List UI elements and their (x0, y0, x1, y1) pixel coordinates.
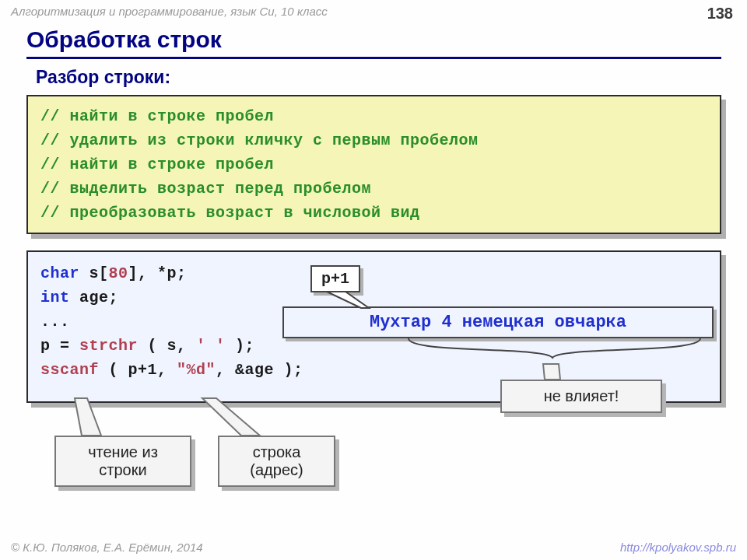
page-number: 138 (707, 5, 733, 23)
comment-line: // удалить из строки кличку с первым про… (40, 128, 707, 152)
svg-marker-3 (202, 398, 260, 436)
footer-link[interactable]: http://kpolyakov.spb.ru (620, 541, 736, 554)
comments-box: // найти в строке пробел // удалить из с… (26, 95, 721, 234)
course-header: Алгоритмизация и программирование, язык … (11, 5, 736, 18)
section-subtitle: Разбор строки: (36, 67, 170, 88)
callout-no-effect: не влияет! (500, 380, 662, 413)
title-rule (26, 57, 721, 59)
code-line: sscanf ( p+1, "%d", &age ); (40, 358, 707, 382)
copyright: © К.Ю. Поляков, Е.А. Ерёмин, 2014 (11, 541, 203, 554)
comment-line: // выделить возраст перед пробелом (40, 177, 707, 201)
annotation-p1: p+1 (310, 265, 360, 292)
annotation-example-string: Мухтар 4 немецкая овчарка (282, 306, 714, 338)
callout-read-from-string: чтение из строки (54, 436, 191, 487)
svg-marker-2 (75, 398, 101, 436)
footer: © К.Ю. Поляков, Е.А. Ерёмин, 2014 http:/… (11, 541, 736, 554)
code-line: char s[80], *p; (40, 261, 707, 285)
callout-string-address: строка (адрес) (218, 436, 335, 487)
comment-line: // найти в строке пробел (40, 104, 707, 128)
comment-line: // преобразовать возраст в числовой вид (40, 201, 707, 225)
page-title: Обработка строк (26, 26, 222, 53)
comment-line: // найти в строке пробел (40, 152, 707, 177)
